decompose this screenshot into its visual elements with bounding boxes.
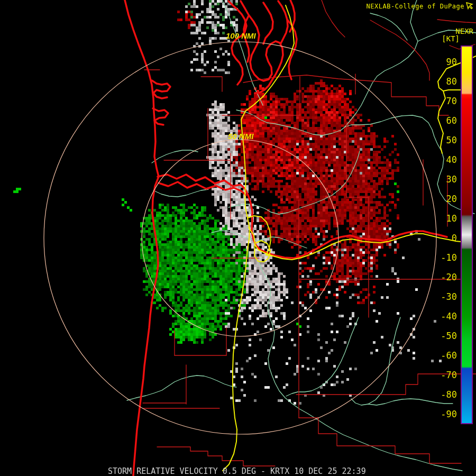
colorbar	[461, 45, 473, 424]
colorbar-tick-label: -10	[425, 253, 457, 262]
rivers	[228, 151, 360, 214]
rivers	[286, 317, 359, 396]
county-borders	[222, 77, 300, 115]
nw-arrow-cursor-icon	[465, 2, 474, 10]
colorbar-tick-label: -30	[425, 292, 457, 301]
colorbar-tick-label: -70	[425, 370, 457, 380]
colorbar-tick-label: 0	[425, 233, 457, 243]
colorbar-tick-label: 70	[425, 96, 457, 106]
rivers	[153, 189, 208, 197]
colorbar-tick-label: 20	[425, 194, 457, 204]
colorbar-tick-label: 80	[425, 77, 457, 86]
coastline-water	[255, 80, 272, 93]
county-borders	[437, 20, 476, 23]
rivers	[345, 0, 418, 127]
map-overlay	[0, 0, 476, 476]
county-borders	[157, 447, 275, 466]
highways	[223, 5, 294, 471]
radar-viewport: NEXLAB-College of DuPage NEXR [KT] 90807…	[0, 0, 476, 476]
colorbar-tick-label: 40	[425, 155, 457, 164]
county-borders	[201, 77, 222, 91]
county-borders	[346, 197, 369, 317]
colorbar-gradient	[462, 47, 472, 423]
colorbar-tick-label: 30	[425, 175, 457, 184]
rivers	[370, 13, 407, 40]
county-borders	[322, 0, 345, 37]
range-ring-label-100nmi: 100 NMI	[226, 31, 256, 40]
rivers	[368, 399, 453, 405]
status-bar-text: STORM RELATIVE VELOCITY 0.5 DEG - KRTX 1…	[108, 466, 366, 476]
range-ring-50-nmi	[142, 140, 338, 336]
colorbar-tick-label: 50	[425, 135, 457, 145]
colorbar-tick-label: -80	[425, 390, 457, 399]
coastline-water	[263, 3, 273, 44]
county-borders	[243, 75, 448, 115]
brand-title: NEXLAB-College of DuPage	[367, 3, 464, 10]
county-borders	[299, 418, 461, 463]
range-ring-label-50nmi: 50 NMI	[228, 132, 253, 141]
colorbar-units: [KT]	[442, 34, 460, 43]
coastline-water	[228, 1, 246, 85]
colorbar-tick-label: -20	[425, 272, 457, 282]
colorbar-tick-label: 60	[425, 116, 457, 125]
colorbar-tick-label: -60	[425, 351, 457, 360]
colorbar-tick-label: -90	[425, 409, 457, 419]
coastline-water	[152, 80, 170, 98]
colorbar-tick-label: 90	[425, 57, 457, 67]
rivers	[152, 150, 198, 163]
colorbar-tick-label: 10	[425, 214, 457, 223]
rivers	[212, 231, 307, 248]
coastline-water	[159, 182, 246, 195]
range-ring-100-nmi	[44, 42, 436, 434]
colorbar-tick-label: -50	[425, 331, 457, 341]
colorbar-tick-label: -40	[425, 312, 457, 321]
